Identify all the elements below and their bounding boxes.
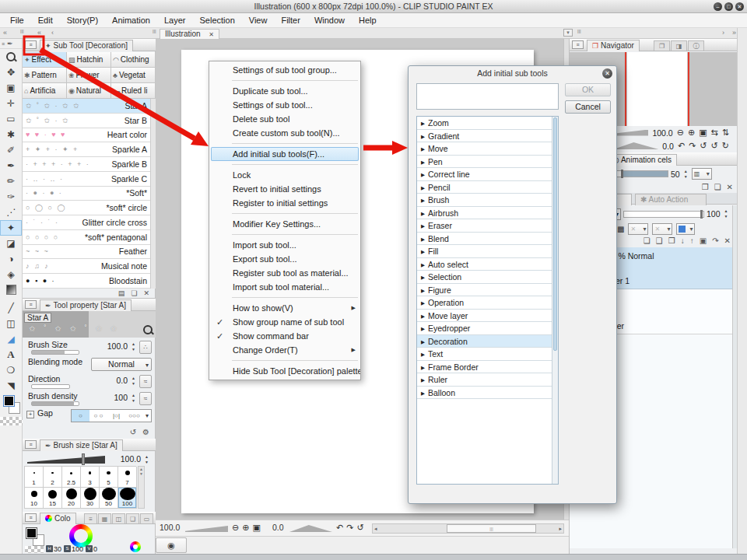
tab-dropdown-icon[interactable]: ▾ xyxy=(563,29,573,37)
rotate-ccw-icon[interactable]: ↺ xyxy=(711,141,718,151)
layer-opacity-slider[interactable] xyxy=(623,211,704,218)
brush-size-dynamics-button[interactable]: ∴ xyxy=(139,341,152,354)
transfer-icon[interactable]: ↑ xyxy=(690,236,694,247)
context-menu-item[interactable]: Add initial sub tools(F)... xyxy=(211,147,359,161)
gap-option[interactable]: ○ ○ xyxy=(89,410,107,422)
dialog-list-scrollbar[interactable] xyxy=(552,117,558,484)
context-menu-item[interactable]: Register to initial settings xyxy=(209,196,360,210)
context-menu-item[interactable]: Show command bar xyxy=(209,329,360,343)
expand-arrow-icon[interactable] xyxy=(421,170,428,179)
sub-tool-group-item[interactable]: Eraser xyxy=(417,219,552,233)
foreground-color-swatch[interactable] xyxy=(3,395,15,407)
context-menu-item[interactable] xyxy=(209,140,360,147)
maximize-button[interactable]: □ xyxy=(724,2,733,11)
rotate-cw-icon[interactable]: ↻ xyxy=(722,141,729,151)
sub-tool-group-item[interactable]: Move layer xyxy=(417,310,552,323)
tool-property-tab[interactable]: ✒Tool property [Star A] xyxy=(40,299,132,311)
flip-horizontal-icon[interactable]: ⇆ xyxy=(711,128,718,138)
minimize-button[interactable]: – xyxy=(714,2,722,11)
context-menu-item[interactable] xyxy=(209,161,360,168)
cel-opacity-stepper[interactable] xyxy=(682,169,689,180)
sub-tool-group-item[interactable]: Selection xyxy=(417,271,552,284)
context-menu-item[interactable]: Delete sub tool xyxy=(209,112,360,126)
brush-density-dynamics-button[interactable]: ≈ xyxy=(139,392,152,405)
context-menu-item[interactable] xyxy=(209,294,360,301)
zoom-in-icon[interactable]: ⊕ xyxy=(242,523,249,533)
eraser-tool[interactable]: ◪ xyxy=(0,236,22,251)
menu-item[interactable]: Layer xyxy=(157,13,193,28)
sub-tool-item[interactable]: ♥ ♥ · ♥ ♥Heart color xyxy=(23,128,150,143)
sub-tool-item[interactable]: ● ▪ ● ·Bloodstain xyxy=(23,274,150,289)
sub-tool-category[interactable]: ◠Clothing xyxy=(111,52,156,68)
expand-gap-icon[interactable]: + xyxy=(26,411,34,418)
reset-all-icon[interactable]: ↺ xyxy=(130,428,136,436)
new-vector-layer-icon[interactable]: ❑ xyxy=(656,236,663,247)
palette-menu-icon[interactable]: ≡ xyxy=(2,41,5,47)
new-raster-layer-icon[interactable]: ❏ xyxy=(644,236,651,247)
balloon-tool[interactable]: ❍ xyxy=(0,362,22,378)
lock-transparent-icon[interactable]: ▩ xyxy=(617,225,624,233)
fill-tool[interactable]: ◈ xyxy=(0,267,22,282)
color-panel-menu-icon[interactable]: ≡ xyxy=(25,513,37,522)
new-folder-icon[interactable]: ❐ xyxy=(668,236,675,247)
brush-tool[interactable]: ✑ xyxy=(0,189,22,205)
expand-arrow-icon[interactable] xyxy=(421,221,428,230)
scrollbar-thumb[interactable]: ||| xyxy=(447,524,536,533)
context-menu-item[interactable] xyxy=(209,231,360,238)
dropdown-arrow-icon[interactable]: ▾ xyxy=(143,412,151,419)
brush-size-cell[interactable]: 10 xyxy=(25,488,44,509)
direction-value[interactable]: 0.0 xyxy=(116,376,128,385)
transparent-swatch[interactable] xyxy=(25,546,44,553)
sub-tool-group-item[interactable]: Gradient xyxy=(417,130,552,143)
main-color-swatch[interactable] xyxy=(26,527,37,539)
expand-arrow-icon[interactable] xyxy=(421,311,428,320)
sub-tool-category[interactable]: ❀Flower xyxy=(67,68,111,83)
color-wheel-toggle-icon[interactable] xyxy=(130,541,141,552)
dialog-close-icon[interactable]: ✕ xyxy=(602,68,612,79)
auto-select-tool[interactable]: ✱ xyxy=(0,127,22,142)
navigator-rotation-slider[interactable] xyxy=(613,142,658,149)
brush-size-panel-value[interactable]: 100.0 xyxy=(121,454,141,464)
sub-tool-group-item[interactable]: Pencil xyxy=(417,181,552,194)
context-menu-item[interactable]: Change Order(T) xyxy=(209,343,360,357)
show-settings-icon[interactable]: ⚙ xyxy=(142,428,149,436)
context-menu-item[interactable]: Show group name of sub tool xyxy=(209,315,360,329)
onion-skin-combo[interactable]: ▥▾ xyxy=(692,168,712,180)
brush-size-tab[interactable]: ✒Brush size [Star A] xyxy=(40,439,123,451)
expand-arrow-icon[interactable] xyxy=(421,362,428,372)
context-menu-item[interactable]: Settings of sub tool... xyxy=(209,98,360,112)
brush-density-stepper[interactable] xyxy=(130,393,137,404)
gap-option[interactable]: |○| xyxy=(107,410,125,422)
sub-tool-group-item[interactable]: Ruler xyxy=(417,373,552,387)
brush-size-value[interactable]: 100.0 xyxy=(107,341,128,351)
open-folder-icon[interactable]: ❐ xyxy=(702,183,709,191)
brush-size-cell[interactable]: 3 xyxy=(81,467,100,488)
brush-size-cell[interactable]: 15 xyxy=(44,488,62,509)
text-tool[interactable]: A xyxy=(0,347,22,362)
information-tab[interactable]: ⓘ xyxy=(688,40,704,51)
brush-size-slider[interactable] xyxy=(31,350,79,355)
pen-tool[interactable]: ✒ xyxy=(0,158,22,173)
menu-item[interactable]: File xyxy=(3,13,31,28)
pencil-tool[interactable]: ✏ xyxy=(0,173,22,189)
sub-tool-item[interactable]: ○ ○ ○ ○*soft* pentagonal xyxy=(23,230,150,245)
sub-tool-category[interactable]: ◉Natural xyxy=(67,83,111,99)
sub-tool-group-item[interactable]: Pen xyxy=(417,156,552,169)
sub-tool-item[interactable]: ♪ ♫ ♪Musical note xyxy=(23,259,150,274)
zoom-out-icon[interactable]: ⊖ xyxy=(677,128,684,138)
menu-item[interactable]: Help xyxy=(352,13,384,28)
brush-size-menu-icon[interactable]: ≡ xyxy=(25,440,37,449)
fit-screen-icon[interactable]: ▣ xyxy=(252,523,260,533)
expand-arrow-icon[interactable] xyxy=(421,388,428,397)
brush-size-cell[interactable]: 30 xyxy=(81,488,100,509)
ruler-tool[interactable]: ◥ xyxy=(0,378,22,394)
operation-tool[interactable]: ▣ xyxy=(0,80,22,96)
ok-button[interactable]: OK xyxy=(565,83,611,96)
sub-tool-item[interactable]: ~ ~ ~Feather xyxy=(23,245,150,260)
brush-size-cell[interactable]: 7 xyxy=(118,467,137,488)
sub-tool-group-item[interactable]: Decoration xyxy=(417,335,552,348)
new-cel-icon[interactable]: ❏ xyxy=(714,183,721,191)
layer-opacity-stepper[interactable] xyxy=(723,208,730,219)
menu-item[interactable]: Selection xyxy=(193,13,242,28)
sub-tool-group-item[interactable]: Brush xyxy=(417,194,552,207)
